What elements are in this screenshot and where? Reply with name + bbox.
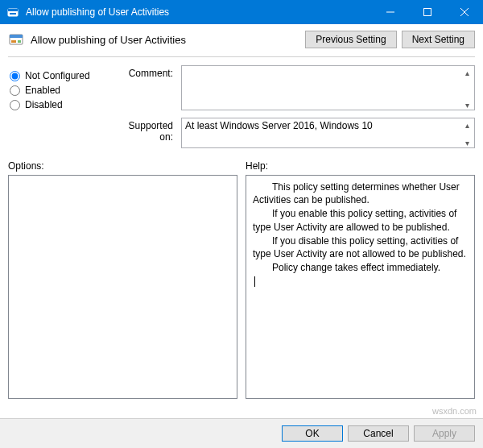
watermark: wsxdn.com: [432, 406, 477, 416]
divider: [8, 56, 475, 57]
svg-rect-9: [11, 40, 16, 43]
radio-disabled[interactable]: Disabled: [8, 99, 113, 110]
svg-rect-1: [8, 9, 18, 11]
help-text-line: If you enable this policy setting, activ…: [253, 207, 468, 233]
svg-rect-10: [18, 40, 21, 43]
app-icon: [6, 6, 19, 19]
options-column: Options:: [8, 160, 237, 399]
apply-button[interactable]: Apply: [414, 425, 475, 442]
help-panel[interactable]: This policy setting determines whether U…: [246, 175, 475, 399]
help-text-line: This policy setting determines whether U…: [253, 180, 468, 206]
ok-button[interactable]: OK: [282, 425, 343, 442]
options-panel[interactable]: [8, 175, 237, 399]
help-cursor-line: [253, 275, 468, 288]
svg-rect-8: [10, 35, 23, 38]
svg-rect-4: [424, 9, 431, 16]
state-radio-group: Not Configured Enabled Disabled: [8, 65, 113, 151]
radio-enabled-label: Enabled: [25, 85, 60, 96]
supported-on-value: [181, 118, 475, 148]
comment-column: Comment: ▴ ▾ Supported on: ▴ ▾: [113, 65, 475, 151]
help-text-line: Policy change takes effect immediately.: [253, 261, 468, 274]
radio-disabled-label: Disabled: [25, 99, 63, 110]
title-bar: Allow publishing of User Activities: [0, 0, 483, 24]
cancel-button[interactable]: Cancel: [348, 425, 409, 442]
help-text-line: If you disable this policy setting, acti…: [253, 234, 468, 260]
options-label: Options:: [8, 160, 237, 172]
help-column: Help: This policy setting determines whe…: [246, 160, 475, 399]
footer: OK Cancel Apply: [0, 418, 483, 448]
subheader: Allow publishing of User Activities Prev…: [0, 24, 483, 53]
help-label: Help:: [246, 160, 475, 172]
chevron-down-icon[interactable]: ▾: [461, 99, 473, 111]
minimize-button[interactable]: [372, 0, 409, 24]
comment-label: Comment:: [113, 65, 181, 79]
radio-disabled-input[interactable]: [10, 100, 20, 110]
svg-rect-2: [10, 13, 16, 15]
window-title: Allow publishing of User Activities: [26, 6, 372, 18]
close-button[interactable]: [446, 0, 483, 24]
comment-input[interactable]: [181, 65, 475, 110]
radio-not-configured[interactable]: Not Configured: [8, 70, 113, 81]
chevron-down-icon[interactable]: ▾: [461, 137, 473, 149]
radio-not-configured-label: Not Configured: [25, 70, 90, 81]
previous-setting-button[interactable]: Previous Setting: [305, 31, 396, 48]
config-area: Not Configured Enabled Disabled Comment:…: [0, 60, 483, 152]
chevron-up-icon[interactable]: ▴: [461, 67, 473, 79]
policy-icon: [8, 31, 24, 48]
chevron-up-icon[interactable]: ▴: [461, 119, 473, 131]
radio-not-configured-input[interactable]: [10, 71, 20, 81]
radio-enabled-input[interactable]: [10, 85, 20, 96]
supported-on-label: Supported on:: [113, 118, 181, 143]
radio-enabled[interactable]: Enabled: [8, 85, 113, 96]
next-setting-button[interactable]: Next Setting: [402, 31, 475, 48]
text-cursor: [254, 276, 255, 287]
maximize-button[interactable]: [409, 0, 446, 24]
page-title: Allow publishing of User Activities: [31, 34, 300, 46]
panels-area: Options: Help: This policy setting deter…: [0, 152, 483, 402]
